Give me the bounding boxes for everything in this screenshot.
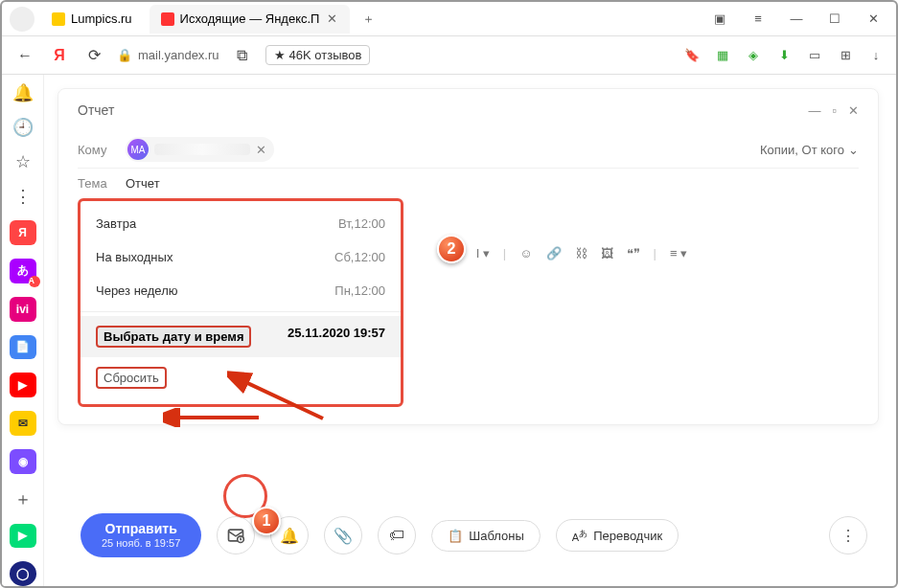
label-button[interactable]: 🏷 xyxy=(378,516,416,554)
address-bar: ← Я ⟳ 🔒 mail.yandex.ru ⧉ ★ 46K отзывов 🔖… xyxy=(2,36,896,75)
extension-download-icon[interactable]: ⬇ xyxy=(775,47,793,64)
send-button[interactable]: Отправить 25 нояб. в 19:57 xyxy=(81,513,201,557)
app-yandex[interactable]: Я xyxy=(10,220,36,245)
annotation-marker-2: 2 xyxy=(437,235,466,263)
translator-icon: Aあ xyxy=(572,528,587,543)
app-youtube[interactable]: ▶ xyxy=(10,373,36,397)
unlink-icon[interactable]: ⛓ xyxy=(575,246,587,260)
reset-label: Сбросить xyxy=(96,367,167,389)
url-field[interactable]: 🔒 mail.yandex.ru xyxy=(117,48,219,62)
recipient-chip[interactable]: MA ✕ xyxy=(126,137,274,162)
schedule-option-next-week[interactable]: Через неделю Пн,12:00 xyxy=(81,274,401,307)
extension-calendar-icon[interactable]: ▦ xyxy=(714,47,731,64)
history-icon[interactable]: 🕘 xyxy=(12,117,35,138)
copy-url-icon[interactable]: ⧉ xyxy=(231,44,254,67)
minimize-compose-icon[interactable]: — xyxy=(808,103,820,118)
attach-button[interactable]: 📎 xyxy=(324,516,362,554)
align-icon[interactable]: ≡ ▾ xyxy=(670,246,687,260)
link-icon[interactable]: 🔗 xyxy=(546,246,562,260)
schedule-option-time: Сб,12:00 xyxy=(334,250,385,264)
browser-sidebar: 🔔 🕘 ☆ ⋮ Я あA ivi 📄 ▶ ✉ ◉ ＋ ▶ ◯ xyxy=(2,75,44,586)
maximize-icon[interactable]: ☐ xyxy=(819,6,850,33)
divider xyxy=(81,311,401,312)
translator-label: Переводчик xyxy=(593,529,662,543)
add-app-icon[interactable]: ＋ xyxy=(12,487,35,510)
app-ivi[interactable]: ivi xyxy=(10,297,36,322)
image-icon[interactable]: 🖼 xyxy=(601,246,613,260)
font-size-icon[interactable]: I ▾ xyxy=(476,246,490,260)
schedule-send-button[interactable] xyxy=(217,516,255,554)
schedule-pick-datetime[interactable]: Выбрать дату и время 25.11.2020 19:57 xyxy=(81,316,401,357)
emoji-icon[interactable]: ☺ xyxy=(519,246,532,260)
tab-favicon xyxy=(52,12,65,26)
back-button[interactable]: ← xyxy=(13,44,36,67)
bookmark-icon[interactable]: 🔖 xyxy=(683,47,701,64)
templates-button[interactable]: 📋 Шаблоны xyxy=(431,520,541,552)
extensions-puzzle-icon[interactable]: ⊞ xyxy=(837,47,854,64)
schedule-option-label: Завтра xyxy=(96,216,136,231)
more-actions-button[interactable]: ⋮ xyxy=(829,516,867,554)
app-purple[interactable]: ◉ xyxy=(10,449,36,474)
schedule-option-label: Через неделю xyxy=(96,283,177,298)
templates-icon: 📋 xyxy=(448,529,463,543)
compose-title: Отчет xyxy=(78,102,114,118)
quote-icon[interactable]: ❝❞ xyxy=(627,246,640,260)
favorites-icon[interactable]: ☆ xyxy=(12,151,35,172)
to-label: Кому xyxy=(78,143,116,157)
schedule-option-weekend[interactable]: На выходных Сб,12:00 xyxy=(81,240,401,274)
app-alice[interactable]: ◯ xyxy=(10,561,36,586)
copies-toggle[interactable]: Копии, От кого ⌄ xyxy=(760,143,859,157)
translator-button[interactable]: Aあ Переводчик xyxy=(556,519,679,552)
tab-favicon xyxy=(161,12,174,26)
yandex-home-icon[interactable]: Я xyxy=(48,44,71,67)
templates-label: Шаблоны xyxy=(469,529,524,543)
schedule-reset[interactable]: Сбросить xyxy=(81,357,401,398)
menu-icon[interactable]: ≡ xyxy=(743,6,773,33)
copies-label: Копии, От кого xyxy=(760,143,844,157)
browser-tabstrip: Lumpics.ru Исходящие — Яндекс.П ✕ ＋ ▣ ≡ … xyxy=(2,2,896,36)
app-mail[interactable]: ✉ xyxy=(10,411,36,436)
close-compose-icon[interactable]: ✕ xyxy=(848,103,859,118)
reader-icon[interactable]: ▭ xyxy=(806,47,823,64)
new-tab-button[interactable]: ＋ xyxy=(356,7,380,32)
schedule-send-popup: Завтра Вт,12:00 На выходных Сб,12:00 Чер… xyxy=(78,198,403,407)
app-teal[interactable]: ▶ xyxy=(10,524,36,549)
tab-label: Lumpics.ru xyxy=(71,11,132,26)
pick-datetime-value: 25.11.2020 19:57 xyxy=(288,326,385,348)
tab-lumpics[interactable]: Lumpics.ru xyxy=(40,5,144,34)
schedule-option-time: Вт,12:00 xyxy=(338,216,385,231)
recipient-avatar: MA xyxy=(127,139,149,160)
minimize-icon[interactable]: — xyxy=(781,6,812,33)
tab-label: Исходящие — Яндекс.П xyxy=(180,11,320,26)
remove-recipient-icon[interactable]: ✕ xyxy=(256,143,266,157)
downloads-icon[interactable]: ↓ xyxy=(867,47,885,64)
subject-value: Отчет xyxy=(126,176,160,191)
schedule-option-label: На выходных xyxy=(96,250,173,264)
chevron-down-icon: ⌄ xyxy=(848,143,859,157)
profile-avatar[interactable] xyxy=(10,7,35,32)
notifications-icon[interactable]: 🔔 xyxy=(12,82,35,103)
expand-compose-icon[interactable]: ▫ xyxy=(832,103,837,118)
extension-shield-icon[interactable]: ◈ xyxy=(745,47,762,64)
rating-badge[interactable]: ★ 46K отзывов xyxy=(265,45,371,65)
annotation-marker-1: 1 xyxy=(252,507,281,535)
format-toolbar: ◆ ▾ I ▾ | ☺ 🔗 ⛓ 🖼 ❝❞ | ≡ ▾ xyxy=(443,246,687,260)
close-icon[interactable]: ✕ xyxy=(325,12,338,26)
tab-yandex-outgoing[interactable]: Исходящие — Яндекс.П ✕ xyxy=(150,5,351,34)
close-window-icon[interactable]: ✕ xyxy=(858,6,888,33)
subject-row[interactable]: Тема Отчет xyxy=(78,169,859,194)
schedule-option-time: Пн,12:00 xyxy=(334,283,385,298)
app-translate[interactable]: あA xyxy=(10,259,36,283)
more-icon[interactable]: ⋮ xyxy=(12,186,35,207)
star-icon: ★ xyxy=(274,48,286,62)
reload-button[interactable]: ⟳ xyxy=(82,44,105,67)
lock-icon: 🔒 xyxy=(117,48,132,62)
to-field-row: Кому MA ✕ Копии, От кого ⌄ xyxy=(78,131,859,169)
subject-label: Тема xyxy=(78,176,116,191)
send-time: 25 нояб. в 19:57 xyxy=(102,537,180,550)
schedule-option-tomorrow[interactable]: Завтра Вт,12:00 xyxy=(81,207,401,240)
app-docs[interactable]: 📄 xyxy=(10,335,36,360)
url-text: mail.yandex.ru xyxy=(138,48,219,62)
recipient-name-blurred xyxy=(154,144,250,155)
tile-tabs-icon[interactable]: ▣ xyxy=(704,6,735,33)
